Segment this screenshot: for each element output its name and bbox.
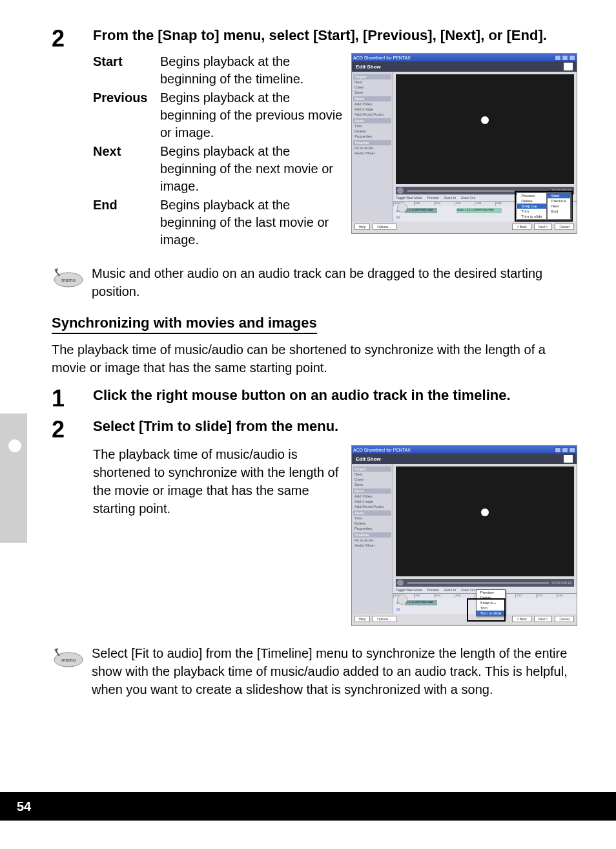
- def-term: Next: [93, 143, 160, 195]
- section-heading: Synchronizing with movies and images: [52, 315, 317, 334]
- submenu-item-start: Start: [548, 193, 570, 198]
- memo-note-2: memo Select [Fit to audio] from the [Tim…: [52, 644, 577, 698]
- subtitle: Edit Show: [356, 64, 381, 70]
- window-controls: [555, 55, 575, 61]
- manual-page: 2 From the [Snap to] menu, select [Start…: [0, 0, 616, 821]
- page-footer: 54: [0, 792, 616, 821]
- menu-item: Trim: [517, 209, 546, 214]
- app-sidebar: Project New Open Save Show Add Video Add…: [352, 72, 393, 222]
- sidebar-item: Open: [353, 85, 391, 90]
- sidebar-group: Audio: [353, 118, 391, 123]
- audio-clip: Audio_10:11.2] IMGP0000.WAV: [457, 208, 502, 213]
- snap-to-definitions: StartBegins playback at the beginning of…: [93, 53, 344, 250]
- context-menu-trim: Preview Delete Snap to Trim Trim to slid…: [476, 589, 506, 616]
- back-button: < Back: [512, 224, 531, 230]
- sidebar-group: Project: [353, 74, 391, 79]
- next-button: Next >: [534, 224, 553, 230]
- toolbar-item: Preview: [427, 196, 439, 200]
- submenu-item-end: End: [548, 209, 570, 214]
- subtitle: Edit Show: [356, 456, 381, 462]
- result-text: The playback time of music/audio is shor…: [93, 445, 351, 518]
- side-tab-dot: [8, 439, 21, 452]
- def-term: Start: [93, 53, 160, 88]
- track-label: ①2: [396, 215, 405, 219]
- def-desc: Begins playback at the beginning of the …: [160, 143, 344, 195]
- sidebar-item: Properties: [353, 134, 391, 139]
- sidebar-item: Save: [353, 90, 391, 95]
- menu-item: Trim: [477, 605, 505, 611]
- submenu-item-next: Next: [548, 204, 570, 209]
- memo-icon: memo: [52, 644, 92, 671]
- cancel-button: Cancel: [555, 224, 574, 230]
- sync-step-2: 2 Select [Trim to slide] from the menu.: [52, 417, 577, 441]
- menu-item: Preview: [517, 193, 546, 198]
- sidebar-item: Add Image: [353, 107, 391, 112]
- menu-item: Preview: [477, 590, 505, 595]
- face-icon: [397, 202, 407, 213]
- window-title: ACD Showtime! for PENTAX: [353, 56, 411, 60]
- definitions-and-screenshot: StartBegins playback at the beginning of…: [52, 53, 577, 250]
- video-preview: [396, 74, 574, 184]
- wizard-buttons: Help Options… < Back Next > Cancel: [352, 222, 577, 232]
- help-button: Help: [354, 224, 370, 230]
- def-term: Previous: [93, 89, 160, 142]
- step-instruction: Select [Trim to slide] from the menu.: [93, 417, 577, 436]
- app-sidebar: Project New Open Save Show Add Video Add…: [352, 464, 393, 614]
- svg-text:memo: memo: [61, 657, 76, 663]
- sidebar-group: Show: [353, 96, 391, 101]
- svg-text:memo: memo: [61, 277, 76, 283]
- sidebar-item: Add Video: [353, 101, 391, 107]
- def-term: End: [93, 196, 160, 249]
- mode-icon: [564, 455, 573, 463]
- memo-note-1: memo Music and other audio on an audio t…: [52, 264, 577, 300]
- step-number: 1: [52, 386, 93, 410]
- step-instruction: From the [Snap to] menu, select [Start],…: [93, 26, 577, 45]
- toolbar-item: Zoom Out: [461, 196, 475, 200]
- menu-item: Snap to: [477, 600, 505, 605]
- sidebar-item: New: [353, 79, 391, 85]
- page-number: 54: [17, 799, 31, 814]
- options-button: Options…: [373, 224, 396, 230]
- side-tab-band: [0, 414, 27, 543]
- sidebar-item: Trim: [353, 123, 391, 129]
- audio-clip: [0:11.2] IMGP0000.WAV: [405, 208, 437, 213]
- sync-step-1: 1 Click the right mouse button on an aud…: [52, 386, 577, 410]
- menu-item-snap-to: Snap to: [517, 204, 546, 209]
- sidebar-item: Delete: [353, 129, 391, 134]
- def-desc: Begins playback at the beginning of the …: [160, 196, 344, 249]
- memo-text: Music and other audio on an audio track …: [92, 264, 577, 300]
- section-intro: The playback time of music/audio can be …: [52, 341, 577, 377]
- step-number: 2: [52, 417, 93, 441]
- step-number: 2: [52, 26, 93, 50]
- preview-glyph-icon: [481, 116, 489, 124]
- submenu-item-previous: Previous: [548, 198, 570, 204]
- window-controls: [555, 447, 575, 453]
- screenshot-snap-to: ACD Showtime! for PENTAX Edit Show Proje…: [351, 53, 577, 234]
- result-and-screenshot: The playback time of music/audio is shor…: [52, 445, 577, 626]
- menu-item: Delete: [477, 595, 505, 600]
- toolbar-item: Zoom In: [444, 196, 456, 200]
- window-title: ACD Showtime! for PENTAX: [353, 448, 411, 452]
- menu-item: Delete: [517, 198, 546, 204]
- sidebar-item: Audio Mixer: [353, 151, 391, 156]
- sidebar-item: Fit to audio: [353, 145, 391, 151]
- memo-icon: memo: [52, 264, 92, 291]
- sidebar-group: Timeline: [353, 140, 391, 145]
- toolbar-item: Toggle View Mode: [396, 196, 422, 200]
- menu-item: Trim to slide: [517, 214, 546, 219]
- def-desc: Begins playback at the beginning of the …: [160, 53, 344, 88]
- def-desc: Begins playback at the beginning of the …: [160, 89, 344, 142]
- step-2-header: 2 From the [Snap to] menu, select [Start…: [52, 26, 577, 50]
- menu-item-trim-to-slide: Trim to slide: [477, 611, 505, 616]
- play-button-icon: [397, 187, 404, 194]
- memo-text: Select [Fit to audio] from the [Timeline…: [92, 644, 577, 698]
- sidebar-item: Add Music/Audio: [353, 112, 391, 117]
- screenshot-trim-to-slide: ACD Showtime! for PENTAX Edit Show Proje…: [351, 445, 577, 626]
- mode-icon: [564, 63, 573, 70]
- context-menu-snap-to: Preview Delete Snap to Trim Trim to slid…: [515, 191, 573, 222]
- step-instruction: Click the right mouse button on an audio…: [93, 386, 577, 405]
